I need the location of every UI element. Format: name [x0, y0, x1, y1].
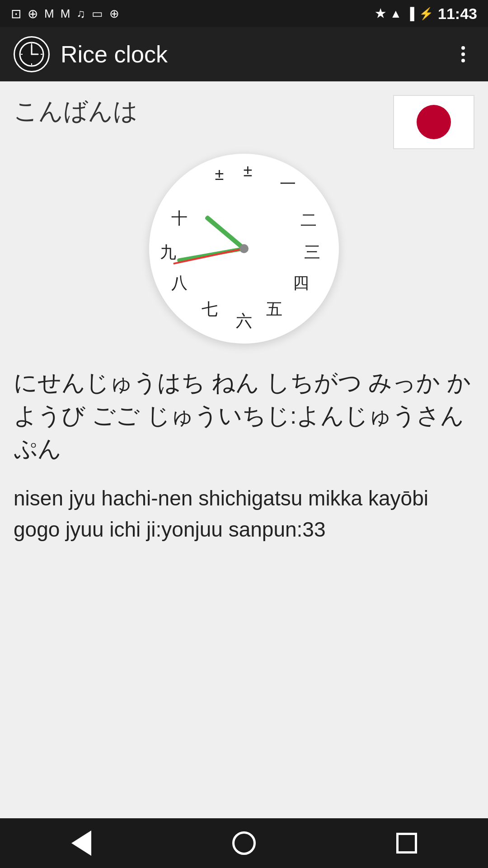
numeral-12a: ±: [215, 165, 224, 184]
battery-icon: ⚡: [419, 7, 433, 21]
photo-icon: ⊡: [11, 6, 21, 21]
numeral-5: 五: [266, 298, 282, 321]
bluetooth-icon: ★: [375, 7, 385, 21]
status-time: 11:43: [438, 5, 477, 23]
top-row: こんばんは: [14, 95, 474, 149]
numeral-12b: ±: [244, 161, 253, 180]
main-content: こんばんは ± ± 一 二 三 四 五 六 七 八: [0, 81, 488, 818]
app-bar-left: Rice clock: [14, 36, 168, 72]
second-hand: [173, 248, 244, 264]
home-icon: [232, 831, 256, 855]
recents-button[interactable]: [389, 825, 425, 861]
numeral-9: 九: [160, 241, 176, 264]
gmail-icon: M: [44, 7, 54, 21]
numeral-1: 一: [280, 173, 296, 195]
overflow-menu-button[interactable]: [452, 46, 474, 62]
numeral-3: 三: [304, 241, 320, 264]
back-button[interactable]: [63, 825, 99, 861]
numeral-4: 四: [293, 272, 309, 294]
app-icon: [14, 36, 50, 72]
app-title: Rice clock: [61, 41, 168, 68]
app-bar: Rice clock: [0, 27, 488, 81]
wifi-icon: ▲: [390, 7, 402, 21]
greeting-text: こんばんは: [14, 95, 138, 128]
numeral-10: 十: [171, 207, 188, 229]
japan-flag-circle: [417, 105, 451, 139]
japan-flag: [393, 95, 474, 149]
clock-center: [239, 244, 249, 253]
android-icon: ⊕: [28, 6, 38, 21]
clock-face: ± ± 一 二 三 四 五 六 七 八 九 十: [149, 154, 339, 344]
back-icon: [71, 830, 91, 856]
numeral-2: 二: [300, 209, 317, 231]
gmail-icon2: M: [61, 7, 70, 21]
numeral-6: 六: [236, 310, 252, 332]
status-bar: ⊡ ⊕ M M ♫ ▭ ⊕ ★ ▲ ▐ ⚡ 11:43: [0, 0, 488, 27]
square-icon: ▭: [92, 7, 103, 21]
hour-hand: [205, 215, 246, 250]
japanese-datetime: にせんじゅうはち ねん しちがつ みっか かようび ごご じゅういちじ:よんじゅ…: [14, 366, 474, 465]
romaji-datetime: nisen jyu hachi-nen shichigatsu mikka ka…: [14, 483, 474, 545]
numeral-7: 七: [202, 298, 218, 321]
android-icon2: ⊕: [109, 7, 119, 21]
numeral-8: 八: [171, 272, 188, 294]
recents-icon: [396, 833, 417, 854]
status-icons-right: ★ ▲ ▐ ⚡ 11:43: [375, 5, 477, 23]
nav-bar: [0, 818, 488, 868]
status-icons-left: ⊡ ⊕ M M ♫ ▭ ⊕: [11, 6, 119, 21]
signal-icon: ▐: [406, 7, 414, 21]
home-button[interactable]: [226, 825, 262, 861]
clock-container: ± ± 一 二 三 四 五 六 七 八 九 十: [14, 154, 474, 344]
music-icon: ♫: [76, 7, 85, 21]
